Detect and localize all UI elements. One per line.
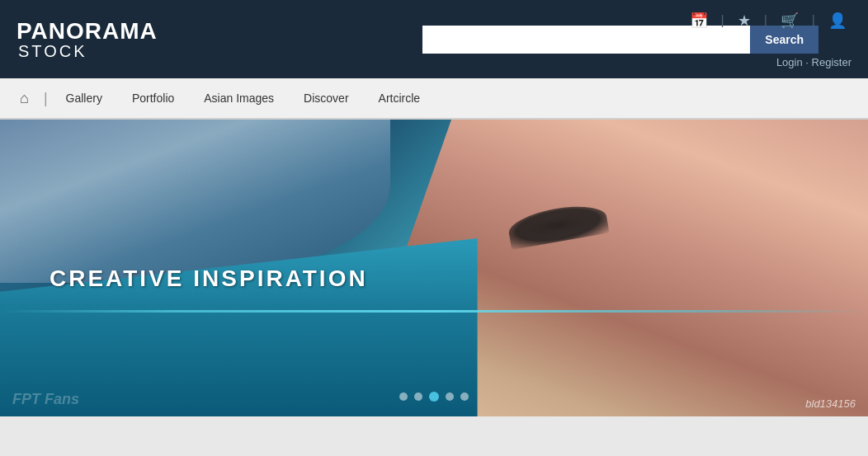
divider-3: | bbox=[812, 13, 815, 28]
cart-icon[interactable]: 🛒 bbox=[776, 10, 804, 31]
nav-asian-images[interactable]: Asian Images bbox=[189, 78, 289, 119]
nav-discover[interactable]: Discover bbox=[289, 78, 363, 119]
hero-carousel-dots bbox=[399, 392, 469, 402]
site-header: PANORAMA STOCK Search 📅 | ★ | 🛒 | 👤 Logi… bbox=[0, 0, 868, 78]
divider-2: | bbox=[764, 13, 767, 28]
carousel-dot-1[interactable] bbox=[399, 393, 408, 401]
carousel-dot-3[interactable] bbox=[429, 392, 439, 402]
logo[interactable]: PANORAMA STOCK bbox=[17, 20, 158, 59]
carousel-dot-2[interactable] bbox=[414, 393, 422, 401]
user-icon[interactable]: 👤 bbox=[823, 10, 851, 31]
nav-gallery[interactable]: Gallery bbox=[51, 78, 117, 119]
nav-divider: | bbox=[44, 90, 48, 107]
login-separator: · bbox=[805, 56, 811, 68]
carousel-dot-5[interactable] bbox=[460, 393, 469, 401]
main-nav: ⌂ | Gallery Portfolio Asian Images Disco… bbox=[0, 78, 868, 120]
home-nav-icon[interactable]: ⌂ bbox=[8, 90, 40, 107]
hero-water-line bbox=[0, 310, 868, 313]
star-icon[interactable]: ★ bbox=[733, 10, 756, 31]
login-link[interactable]: Login bbox=[776, 56, 803, 68]
login-area: Login · Register bbox=[776, 56, 851, 68]
fpt-watermark: FPT Fans bbox=[12, 391, 79, 408]
header-icons: 📅 | ★ | 🛒 | 👤 bbox=[685, 10, 851, 31]
nav-artcircle[interactable]: Artcircle bbox=[364, 78, 436, 119]
hero-banner: CREATIVE INSPIRATION bld134156 FPT Fans bbox=[0, 120, 868, 416]
divider-1: | bbox=[721, 13, 724, 28]
hero-tagline: CREATIVE INSPIRATION bbox=[50, 266, 368, 292]
logo-text: PANORAMA STOCK bbox=[17, 20, 158, 59]
calendar-icon[interactable]: 📅 bbox=[685, 10, 713, 31]
nav-portfolio[interactable]: Portfolio bbox=[117, 78, 189, 119]
image-id: bld134156 bbox=[805, 397, 856, 410]
register-link[interactable]: Register bbox=[812, 56, 851, 68]
carousel-dot-4[interactable] bbox=[446, 393, 454, 401]
